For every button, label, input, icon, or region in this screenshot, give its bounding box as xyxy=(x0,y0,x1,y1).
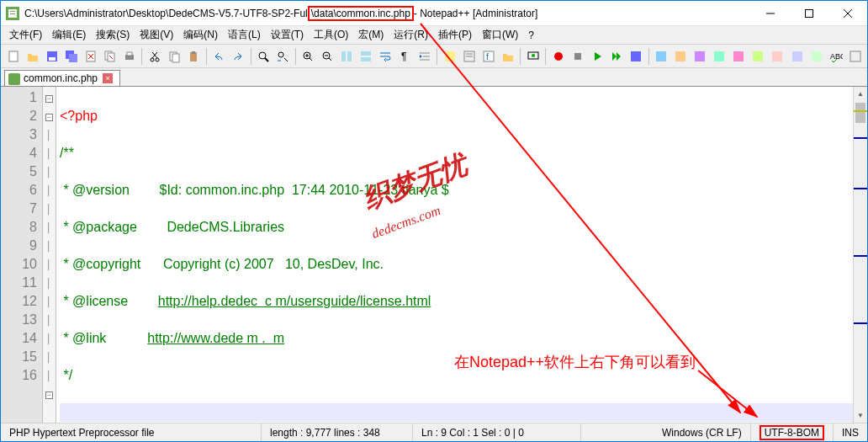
menu-edit[interactable]: 编辑(E) xyxy=(47,26,91,44)
scroll-down-icon[interactable]: ▼ xyxy=(854,408,867,423)
line-num: 10 xyxy=(1,255,37,274)
savemacro-icon[interactable] xyxy=(627,47,645,66)
tb8-icon[interactable] xyxy=(788,47,806,66)
zoomin-icon[interactable] xyxy=(299,47,317,66)
code-content[interactable]: <?php /** * @version $Id: common.inc.php… xyxy=(56,87,867,423)
line-num: 9 xyxy=(1,237,37,255)
minimize-button[interactable] xyxy=(751,1,790,26)
scroll-thumb[interactable] xyxy=(855,103,865,123)
code-tag: <?php xyxy=(60,109,98,123)
menu-settings[interactable]: 设置(T) xyxy=(266,26,309,44)
svg-rect-39 xyxy=(341,51,346,61)
tb2-icon[interactable] xyxy=(672,47,690,66)
vertical-scrollbar[interactable]: ▲ ▼ xyxy=(853,87,867,423)
separator xyxy=(206,48,207,65)
close-button[interactable] xyxy=(828,1,867,26)
menu-tools[interactable]: 工具(O) xyxy=(309,26,353,44)
doc-map-icon[interactable] xyxy=(460,47,478,66)
tb3-icon[interactable] xyxy=(691,47,709,66)
menu-plugins[interactable]: 插件(P) xyxy=(433,26,477,44)
tab-common-inc-php[interactable]: common.inc.php × xyxy=(4,70,120,86)
undo-icon[interactable] xyxy=(210,47,228,66)
status-insert[interactable]: INS xyxy=(834,423,867,441)
code-comment: 17:44 2010-11-23 tianya $ xyxy=(288,183,448,197)
code-link[interactable]: http://help.dedec c m/usersguide/license… xyxy=(158,294,431,308)
new-icon[interactable] xyxy=(4,47,22,66)
redo-icon[interactable] xyxy=(230,47,247,66)
menu-language[interactable]: 语言(L) xyxy=(223,26,266,44)
svg-rect-65 xyxy=(792,51,802,61)
scroll-up-icon[interactable]: ▲ xyxy=(854,87,867,101)
open-icon[interactable] xyxy=(24,47,41,66)
svg-rect-12 xyxy=(69,54,77,62)
tb7-icon[interactable] xyxy=(769,47,786,66)
menu-search[interactable]: 搜索(S) xyxy=(91,26,135,44)
menu-run[interactable]: 运行(R) xyxy=(389,26,433,44)
print-icon[interactable] xyxy=(120,47,138,66)
fold-icon[interactable]: − xyxy=(45,114,53,121)
menu-window[interactable]: 窗口(W) xyxy=(477,26,523,44)
code-comment: * @link xyxy=(60,331,147,345)
func-list-icon[interactable]: f xyxy=(479,47,497,66)
maximize-button[interactable] xyxy=(790,1,828,26)
toolbar: ¶ f ABC xyxy=(1,45,867,68)
wrap-icon[interactable] xyxy=(377,47,394,66)
monitor-icon[interactable] xyxy=(524,47,542,66)
replace-icon[interactable] xyxy=(274,47,292,66)
menu-help[interactable]: ? xyxy=(523,28,539,43)
status-eol[interactable]: Windows (CR LF) xyxy=(654,423,751,441)
indent-icon[interactable] xyxy=(415,47,433,66)
record-icon[interactable] xyxy=(549,47,567,66)
status-encoding[interactable]: UTF-8-BOM xyxy=(751,423,834,441)
find-icon[interactable] xyxy=(255,47,273,66)
sync-h-icon[interactable] xyxy=(357,47,375,66)
svg-rect-57 xyxy=(631,51,641,61)
menu-file[interactable]: 文件(F) xyxy=(4,26,47,44)
paste-icon[interactable] xyxy=(185,47,203,66)
closeall-icon[interactable] xyxy=(101,47,119,66)
folder-icon[interactable] xyxy=(499,47,516,66)
play-icon[interactable] xyxy=(588,47,606,66)
app-icon xyxy=(6,7,19,20)
saveall-icon[interactable] xyxy=(62,47,80,66)
svg-text:¶: ¶ xyxy=(401,51,406,62)
separator xyxy=(520,48,521,65)
svg-rect-3 xyxy=(10,13,15,14)
tb11-icon[interactable] xyxy=(846,47,864,66)
tb9-icon[interactable] xyxy=(807,47,825,66)
allchars-icon[interactable]: ¶ xyxy=(396,47,414,66)
cut-icon[interactable] xyxy=(146,47,163,66)
svg-text:f: f xyxy=(486,52,489,61)
save-icon[interactable] xyxy=(43,47,61,66)
code-comment: $Id: common.inc.php xyxy=(160,183,288,197)
tb6-icon[interactable] xyxy=(749,47,767,66)
tb1-icon[interactable] xyxy=(653,47,670,66)
menu-encoding[interactable]: 编码(N) xyxy=(178,26,223,44)
code-comment: * @license xyxy=(60,294,158,308)
menubar: 文件(F) 编辑(E) 搜索(S) 视图(V) 编码(N) 语言(L) 设置(T… xyxy=(1,26,867,45)
svg-rect-66 xyxy=(812,51,822,61)
tab-close-icon[interactable]: × xyxy=(103,73,113,83)
line-gutter: 1 2 3 4 5 6 7 8 9 10 11 12 13 14 15 16 xyxy=(1,87,43,423)
spellcheck-icon[interactable]: ABC xyxy=(827,47,844,66)
tb4-icon[interactable] xyxy=(711,47,728,66)
menu-macro[interactable]: 宏(M) xyxy=(353,26,389,44)
fold-column[interactable]: − − ││││││││││││││− xyxy=(43,87,56,423)
tb5-icon[interactable] xyxy=(730,47,748,66)
status-language: PHP Hypertext Preprocessor file xyxy=(1,423,262,441)
lang-icon[interactable] xyxy=(441,47,458,66)
menu-view[interactable]: 视图(V) xyxy=(135,26,178,44)
copy-icon[interactable] xyxy=(165,47,183,66)
editor[interactable]: 1 2 3 4 5 6 7 8 9 10 11 12 13 14 15 16 −… xyxy=(1,87,867,423)
svg-rect-5 xyxy=(806,9,813,17)
svg-rect-58 xyxy=(656,51,666,61)
fold-icon[interactable]: − xyxy=(45,391,53,399)
sync-v-icon[interactable] xyxy=(338,47,356,66)
zoomout-icon[interactable] xyxy=(319,47,336,66)
playff-icon[interactable] xyxy=(607,47,625,66)
fold-icon[interactable]: − xyxy=(45,95,53,103)
svg-rect-2 xyxy=(10,11,15,12)
code-link[interactable]: http://www.dede m . m xyxy=(147,331,284,345)
stop-icon[interactable] xyxy=(569,47,586,66)
closefile-icon[interactable] xyxy=(82,47,99,66)
